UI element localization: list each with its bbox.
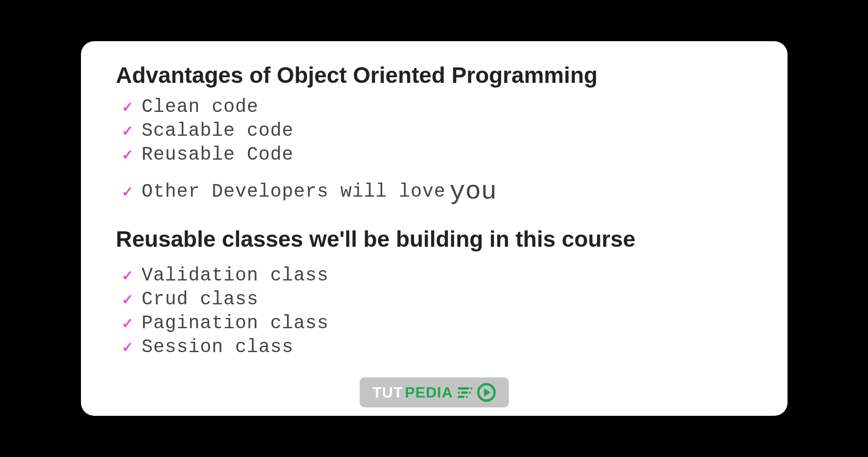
item-text: Reusable Code	[142, 144, 294, 165]
list-item: ✓ Validation class	[116, 265, 752, 286]
tutpedia-logo: TUT PEDIA	[359, 377, 509, 407]
checkmark-icon: ✓	[122, 123, 133, 139]
item-text: Clean code	[142, 96, 259, 118]
item-text-emphasis: you	[450, 177, 497, 206]
list-item: ✓ Crud class	[116, 289, 752, 310]
item-text: Other Developers will love	[142, 181, 446, 202]
advantages-list: ✓ Clean code ✓ Scalable code ✓ Reusable …	[116, 96, 752, 206]
checkmark-icon: ✓	[122, 267, 133, 284]
checkmark-icon: ✓	[122, 315, 133, 332]
item-text: Scalable code	[142, 120, 294, 141]
heading-reusable-classes: Reusable classes we'll be building in th…	[116, 226, 752, 252]
list-item: ✓ Session class	[116, 337, 752, 358]
item-text: Validation class	[142, 265, 329, 286]
heading-advantages: Advantages of Object Oriented Programmin…	[116, 62, 752, 88]
list-item: ✓ Clean code	[116, 96, 752, 118]
list-item: ✓ Scalable code	[116, 120, 752, 141]
list-item: ✓ Reusable Code	[116, 144, 752, 165]
checkmark-icon: ✓	[122, 147, 133, 163]
item-text: Pagination class	[142, 313, 329, 334]
checkmark-icon: ✓	[122, 291, 133, 308]
item-text: Session class	[142, 337, 294, 358]
logo-speed-lines-icon	[458, 387, 472, 398]
logo-text-pedia: PEDIA	[405, 384, 453, 401]
checkmark-icon: ✓	[122, 184, 133, 200]
list-item: ✓ Pagination class	[116, 313, 752, 334]
logo-text-tut: TUT	[372, 384, 403, 401]
list-item: ✓ Other Developers will love you	[116, 177, 752, 206]
classes-list: ✓ Validation class ✓ Crud class ✓ Pagina…	[116, 265, 752, 358]
checkmark-icon: ✓	[122, 339, 133, 355]
checkmark-icon: ✓	[122, 99, 133, 115]
slide-content: Advantages of Object Oriented Programmin…	[81, 41, 788, 416]
item-text: Crud class	[142, 289, 259, 310]
play-icon	[477, 383, 496, 402]
